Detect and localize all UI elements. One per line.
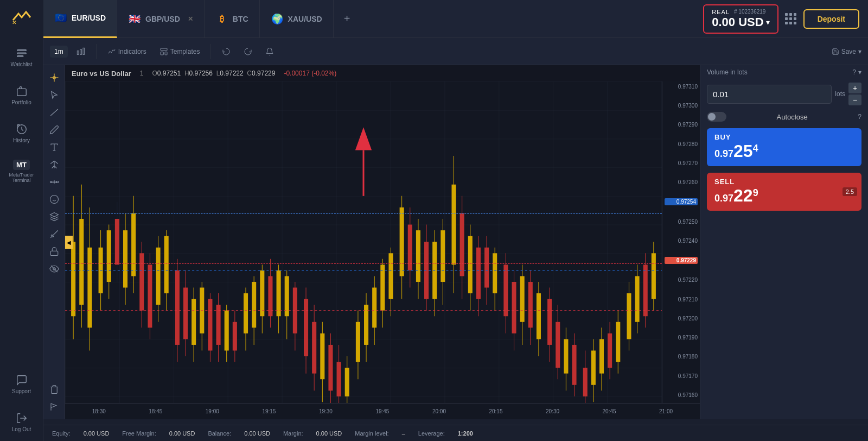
- eye-btn[interactable]: [45, 261, 63, 277]
- svg-rect-50: [131, 213, 136, 276]
- free-margin-value: 0.00 USD: [169, 430, 195, 437]
- add-tab-button[interactable]: +: [334, 0, 361, 38]
- svg-text:✕: ✕: [12, 20, 16, 26]
- buy-price: 0.97254: [714, 141, 758, 161]
- sidebar-item-watchlist[interactable]: Watchlist: [0, 38, 43, 76]
- price-4: 0.97270: [665, 160, 698, 166]
- sidebar-item-support[interactable]: Support: [0, 365, 43, 403]
- yellow-collapse-arrow[interactable]: ◀: [65, 236, 73, 249]
- text-btn[interactable]: [45, 139, 63, 155]
- emoji-btn[interactable]: [45, 191, 63, 207]
- svg-rect-9: [83, 48, 85, 54]
- panel-body: Volume in lots ? ▾ lots + − Autoclose ? …: [700, 61, 868, 218]
- save-dropdown-icon[interactable]: ▾: [858, 48, 861, 55]
- svg-rect-7: [77, 51, 79, 54]
- crosshair-btn[interactable]: [45, 70, 63, 86]
- alert-btn[interactable]: [261, 45, 278, 58]
- tab-eurusd[interactable]: 🇪🇺 EUR/USD: [43, 0, 117, 38]
- svg-rect-54: [148, 264, 152, 327]
- svg-rect-84: [277, 270, 281, 316]
- measure-btn[interactable]: [45, 174, 63, 190]
- price-13: 0.97190: [665, 335, 698, 341]
- sidebar-item-mt[interactable]: MT MetaTrader Terminal: [0, 152, 43, 190]
- tab-gbpusd-close[interactable]: ✕: [188, 15, 193, 23]
- svg-rect-96: [328, 345, 333, 390]
- redo-btn[interactable]: [239, 45, 257, 58]
- svg-rect-146: [547, 299, 552, 345]
- pen-btn[interactable]: [45, 122, 63, 138]
- lots-plus-btn[interactable]: +: [848, 83, 861, 93]
- line-btn[interactable]: [45, 104, 63, 121]
- account-id: # 102336219: [734, 9, 765, 15]
- templates-btn[interactable]: Templates: [155, 45, 205, 58]
- fork-btn[interactable]: [45, 156, 63, 173]
- ruler-btn[interactable]: [45, 226, 63, 242]
- tab-gbpusd[interactable]: 🇬🇧 GBP/USD ✕: [117, 0, 205, 38]
- margin-value: 0.00 USD: [316, 430, 342, 437]
- svg-rect-76: [244, 293, 248, 333]
- lots-minus-btn[interactable]: −: [848, 94, 861, 105]
- mt-badge: MT: [13, 160, 30, 170]
- time-label-9: 20:45: [603, 408, 616, 414]
- layers-btn[interactable]: [45, 209, 63, 225]
- timeframe-1m-btn[interactable]: 1m: [50, 46, 68, 58]
- buy-label: BUY: [714, 133, 731, 141]
- volume-info-icon[interactable]: ?: [852, 68, 856, 76]
- flag-eurusd: 🇪🇺: [54, 11, 67, 24]
- svg-rect-128: [468, 236, 473, 293]
- delete-btn[interactable]: [45, 381, 63, 398]
- save-btn[interactable]: Save ▾: [832, 48, 861, 55]
- svg-line-16: [50, 109, 58, 116]
- svg-rect-1: [17, 49, 26, 51]
- svg-rect-136: [503, 264, 508, 316]
- equity-value: 0.00 USD: [84, 430, 110, 437]
- sidebar-item-logout[interactable]: Log Out: [0, 403, 43, 441]
- sell-price-sup: 9: [753, 187, 758, 198]
- lots-input[interactable]: [707, 85, 832, 104]
- sell-button[interactable]: SELL 0.97229: [707, 173, 861, 211]
- svg-rect-132: [484, 248, 489, 288]
- time-label-8: 20:30: [546, 408, 559, 414]
- svg-rect-62: [183, 288, 188, 339]
- lock-btn[interactable]: [45, 243, 63, 260]
- buy-price-main: 0.97: [714, 148, 733, 159]
- svg-rect-138: [512, 282, 516, 333]
- leverage-label: Leverage:: [418, 430, 445, 437]
- undo-btn[interactable]: [218, 45, 235, 58]
- sidebar-item-history[interactable]: History: [0, 114, 43, 152]
- volume-dropdown[interactable]: ▾: [858, 68, 861, 76]
- price-14: 0.97180: [665, 354, 698, 360]
- chart-low: 0.97222: [220, 70, 243, 77]
- logo-area[interactable]: ✕: [0, 0, 43, 38]
- svg-rect-130: [476, 248, 481, 299]
- chart-area: Euro vs US Dollar 1 O0.97251 H0.97256 L0…: [65, 65, 700, 419]
- autoclose-info-icon[interactable]: ?: [858, 113, 861, 121]
- buy-button[interactable]: BUY 0.97254: [707, 128, 861, 166]
- tab-btc[interactable]: ₿ BTC: [205, 0, 260, 38]
- top-right: REAL # 102336219 0.00 USD ▾ Deposit: [694, 4, 868, 34]
- balance-dropdown-icon[interactable]: ▾: [766, 18, 770, 27]
- price-8: 0.97240: [665, 238, 698, 244]
- svg-rect-2: [17, 53, 26, 54]
- svg-rect-38: [79, 219, 84, 305]
- flag-marker-btn[interactable]: [45, 399, 63, 415]
- candlestick-chart: [65, 81, 662, 419]
- apps-grid-icon[interactable]: [785, 13, 797, 24]
- sidebar-item-portfolio[interactable]: Portfolio: [0, 76, 43, 114]
- svg-rect-11: [161, 52, 163, 54]
- portfolio-label: Portfolio: [11, 99, 31, 105]
- price-16: 0.97160: [665, 392, 698, 398]
- svg-rect-168: [643, 264, 648, 316]
- svg-line-18: [50, 161, 54, 163]
- svg-rect-156: [591, 350, 596, 385]
- svg-line-29: [50, 230, 58, 238]
- tab-xauusd[interactable]: 🌍 XAU/USD: [260, 0, 334, 38]
- account-box[interactable]: REAL # 102336219 0.00 USD ▾: [703, 4, 778, 34]
- cursor-btn[interactable]: [45, 87, 63, 103]
- autoclose-toggle[interactable]: [707, 112, 726, 122]
- deposit-button[interactable]: Deposit: [803, 9, 859, 29]
- indicators-btn[interactable]: Indicators: [103, 45, 151, 58]
- plus-minus-col: + −: [848, 83, 861, 105]
- volume-icon-btn[interactable]: [72, 45, 90, 58]
- svg-line-19: [54, 161, 58, 163]
